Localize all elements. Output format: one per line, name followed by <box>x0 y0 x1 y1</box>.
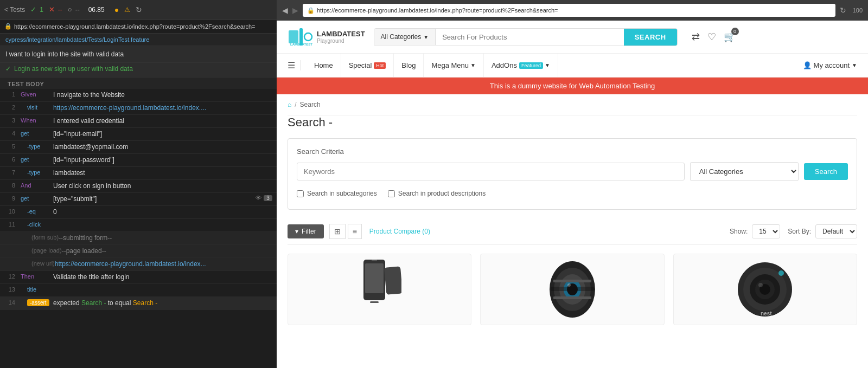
category-select[interactable]: All Categories <box>690 162 799 181</box>
product-image: nest <box>674 254 857 325</box>
category-dropdown[interactable]: All Categories ▼ <box>374 29 436 45</box>
table-row[interactable]: 12 Then Validate the title after login <box>0 271 277 284</box>
product-desc-label: Search in product descriptions <box>398 190 486 197</box>
search-button[interactable]: SEARCH <box>624 29 677 46</box>
svg-point-24 <box>758 283 763 287</box>
eye-icon: 👁 <box>256 195 261 201</box>
subcategories-checkbox[interactable] <box>297 190 304 197</box>
product-desc-option[interactable]: Search in product descriptions <box>388 190 486 197</box>
table-row[interactable]: 2 visit https://ecommerce-playground.lam… <box>0 102 277 115</box>
filter-bar: ▾ Filter ⊞ ≡ Product Compare (0) Show: 1… <box>288 218 857 245</box>
show-select[interactable]: 15 <box>752 224 780 238</box>
search-bar: All Categories ▼ SEARCH <box>374 28 678 46</box>
chevron-down-icon: ▼ <box>423 34 429 40</box>
product-card[interactable] <box>288 254 471 325</box>
site-nav: ☰ Home Special Hot Blog Mega Menu ▼ AddO… <box>277 54 868 78</box>
subcategories-option[interactable]: Search in subcategories <box>297 190 377 197</box>
svg-text:LAMBDATEST: LAMBDATEST <box>290 43 312 46</box>
browser-chrome: ◀ ▶ 🔒 https://ecommerce-playground.lambd… <box>277 0 868 21</box>
product-image <box>288 254 471 325</box>
grid-view-button[interactable]: ⊞ <box>329 224 346 239</box>
table-row[interactable]: 3 When I entered valid credential <box>0 115 277 128</box>
table-row[interactable]: 7 -type lambdatest <box>0 167 277 180</box>
table-row[interactable]: 10 -eq 0 <box>0 206 277 219</box>
svg-rect-18 <box>553 296 591 299</box>
nav-item-mega-menu[interactable]: Mega Menu ▼ <box>424 54 484 78</box>
search-options: Search in subcategories Search in produc… <box>297 186 848 201</box>
browser-panel: ◀ ▶ 🔒 https://ecommerce-playground.lambd… <box>277 0 868 368</box>
browser-forward-icon[interactable]: ▶ <box>292 6 298 15</box>
nav-item-special[interactable]: Special Hot <box>341 54 394 78</box>
special-badge: Hot <box>374 62 386 69</box>
promo-banner: This is a dummy website for Web Automati… <box>277 78 868 94</box>
browser-zoom-value: 100 <box>853 7 863 14</box>
cypress-back-button[interactable]: < Tests <box>4 6 25 14</box>
compare-link[interactable]: Product Compare (0) <box>369 228 430 235</box>
cypress-toolbar: < Tests ✓ 1 ✕ -- ○ -- 06.85 ● ⚠ ↻ <box>0 0 277 20</box>
logo-svg: LAMBDATEST Playground <box>288 26 314 48</box>
search-go-button[interactable]: Search <box>804 163 848 180</box>
pass-count: 1 <box>40 6 43 14</box>
logo-text-sub: Playground <box>317 38 365 44</box>
cypress-url-text: https://ecommerce-playground.lambdatest.… <box>14 23 256 30</box>
sort-select[interactable]: Default <box>815 224 857 238</box>
sort-area: Sort By: Default <box>788 224 857 238</box>
product-image <box>481 254 663 325</box>
table-row[interactable]: 9 get [type="submit"] 👁 3 <box>0 193 277 206</box>
logo-text-main: LAMBDATEST <box>317 30 365 38</box>
cypress-test-description: I want to login into the site with valid… <box>0 46 277 63</box>
product-card[interactable] <box>480 254 664 325</box>
breadcrumb-current: Search <box>300 101 321 108</box>
search-input[interactable] <box>436 29 623 46</box>
hamburger-icon[interactable]: ☰ <box>288 60 301 70</box>
camera-image-svg: nest <box>732 257 797 322</box>
table-row: (page load) --page loaded-- <box>0 245 277 258</box>
table-row[interactable]: 1 Given I navigate to the Website <box>0 89 277 102</box>
svg-rect-17 <box>553 280 591 282</box>
view-buttons: ⊞ ≡ <box>329 224 362 239</box>
cart-icon[interactable]: 🛒 0 <box>724 31 736 43</box>
table-row[interactable]: 8 And User click on sign in button <box>0 180 277 193</box>
cypress-warning-icon: ⚠ <box>124 6 130 14</box>
nav-item-home[interactable]: Home <box>307 54 341 78</box>
lens-image-svg <box>540 257 605 322</box>
nav-account[interactable]: 👤 My account ▼ <box>803 61 857 69</box>
compare-icon[interactable]: ⇄ <box>692 31 700 43</box>
wishlist-icon[interactable]: ♡ <box>707 31 716 43</box>
browser-back-icon[interactable]: ◀ <box>282 6 288 15</box>
product-card[interactable]: nest <box>673 254 857 325</box>
table-row[interactable]: 4 get [id="input-email"] <box>0 128 277 141</box>
table-row[interactable]: 14 -assert expected Search - to equal Se… <box>0 297 277 310</box>
table-row[interactable]: 13 title <box>0 284 277 297</box>
breadcrumb: ⌂ / Search <box>277 94 868 115</box>
nav-item-addons[interactable]: AddOns Featured ▼ <box>484 54 558 78</box>
filter-button[interactable]: ▾ Filter <box>288 224 324 238</box>
svg-rect-8 <box>370 301 379 303</box>
breadcrumb-home[interactable]: ⌂ <box>288 101 291 108</box>
assert-badge: -assert <box>27 299 49 306</box>
header-icons: ⇄ ♡ 🛒 0 <box>692 31 736 43</box>
table-row[interactable]: 5 -type lambdatest@yopmail.com <box>0 141 277 154</box>
svg-point-15 <box>567 283 571 287</box>
user-icon: 👤 <box>803 61 812 69</box>
category-dropdown-label: All Categories <box>381 33 422 41</box>
svg-rect-9 <box>384 266 401 294</box>
svg-point-2 <box>304 33 312 41</box>
svg-text:nest: nest <box>761 311 772 317</box>
fail-count: -- <box>58 6 62 14</box>
cypress-test-sub: ✓ Login as new sign up user with valid d… <box>0 63 277 78</box>
browser-address-bar[interactable]: 🔒 https://ecommerce-playground.lambdates… <box>303 4 835 17</box>
pending-count: -- <box>75 6 80 14</box>
cypress-reload-button[interactable]: ↻ <box>136 5 142 14</box>
nav-item-blog[interactable]: Blog <box>394 54 424 78</box>
keywords-input[interactable] <box>297 163 685 180</box>
table-row[interactable]: 6 get [id="input-password"] <box>0 154 277 167</box>
chevron-down-icon: ▼ <box>852 62 857 68</box>
product-desc-checkbox[interactable] <box>388 190 395 197</box>
cypress-section-header: TEST BODY <box>0 78 277 89</box>
table-row[interactable]: 11 -click <box>0 219 277 232</box>
list-view-button[interactable]: ≡ <box>348 224 362 239</box>
browser-refresh-icon[interactable]: ↻ <box>840 6 846 15</box>
browser-content: LAMBDATEST Playground LAMBDATEST Playgro… <box>277 21 868 368</box>
test-sub-text: Login as new sign up user with valid dat… <box>14 65 133 73</box>
